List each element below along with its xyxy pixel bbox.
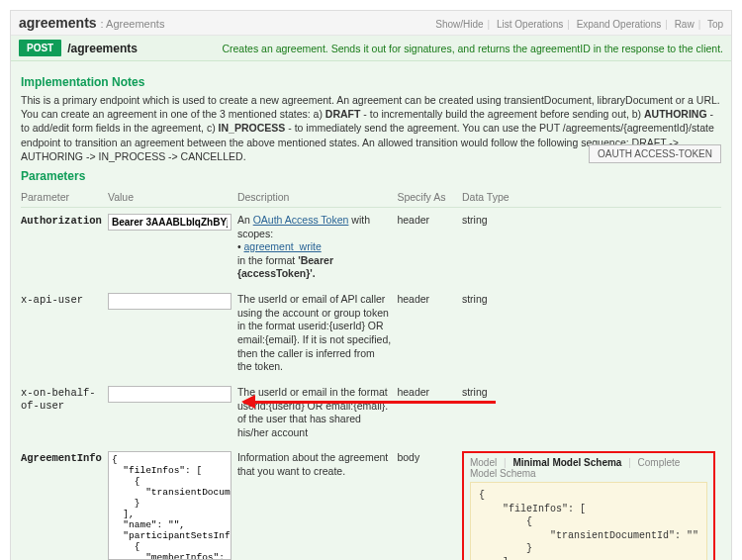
list-ops-link[interactable]: List Operations	[497, 19, 563, 30]
raw-link[interactable]: Raw	[675, 19, 695, 30]
param-name: AgreementInfo	[21, 452, 102, 464]
method-badge: POST	[19, 40, 61, 56]
notes-heading: Implementation Notes	[21, 75, 721, 89]
param-specify: body	[397, 445, 462, 560]
col-value: Value	[108, 187, 237, 208]
parameters-table: Parameter Value Description Specify As D…	[21, 187, 721, 560]
model-schema-pre[interactable]: { "fileInfos": [ { "transientDocumentId"…	[470, 482, 707, 560]
parameters-heading: Parameters	[21, 169, 721, 183]
param-name: Authorization	[21, 215, 102, 227]
resource-title[interactable]: agreements	[19, 15, 97, 31]
col-datatype: Data Type	[462, 187, 721, 208]
x-api-user-input[interactable]	[108, 293, 232, 310]
resource-header: agreements : Agreements Show/Hide| List …	[11, 11, 731, 36]
col-description: Description	[237, 187, 397, 208]
col-specify: Specify As	[397, 187, 462, 208]
operation-panel: Implementation Notes This is a primary e…	[11, 61, 731, 560]
operation-bar[interactable]: POST /agreements Creates an agreement. S…	[11, 36, 731, 61]
op-summary: Creates an agreement. Sends it out for s…	[222, 43, 723, 54]
table-row: Authorization An OAuth Access Token with…	[21, 207, 721, 287]
table-row: x-on-behalf-of-user The userId or email …	[21, 380, 721, 446]
param-type: string	[462, 207, 721, 287]
param-specify: header	[397, 287, 462, 380]
param-desc: The userId or email in the format userid…	[237, 380, 397, 446]
table-row: x-api-user The userId or email of API ca…	[21, 287, 721, 380]
tab-minimal-schema[interactable]: Minimal Model Schema	[512, 457, 621, 468]
scope-link[interactable]: agreement_write	[244, 240, 322, 252]
param-specify: header	[397, 380, 462, 446]
header-links: Show/Hide| List Operations| Expand Opera…	[435, 19, 723, 30]
top-link[interactable]: Top	[707, 19, 723, 30]
param-name: x-api-user	[21, 294, 83, 306]
expand-ops-link[interactable]: Expand Operations	[577, 19, 662, 30]
oauth-token-button[interactable]: OAUTH ACCESS-TOKEN	[589, 144, 721, 163]
model-schema-box: Model | Minimal Model Schema | Complete …	[462, 451, 715, 560]
oauth-token-link[interactable]: OAuth Access Token	[253, 214, 349, 226]
param-desc: The userId or email of API caller using …	[237, 287, 397, 380]
authorization-input[interactable]	[108, 214, 232, 231]
col-parameter: Parameter	[21, 187, 108, 208]
table-row: AgreementInfo Content-Type: application/…	[21, 445, 721, 560]
param-specify: header	[397, 207, 462, 287]
op-path[interactable]: /agreements	[67, 42, 138, 55]
param-name: x-on-behalf-of-user	[21, 387, 96, 412]
resource-subtitle: : Agreements	[101, 18, 165, 30]
param-desc: An OAuth Access Token with scopes: • agr…	[237, 207, 397, 287]
param-type: string	[462, 287, 721, 380]
tab-model[interactable]: Model	[470, 457, 497, 468]
param-desc: Information about the agreement that you…	[237, 445, 397, 560]
agreementinfo-textarea[interactable]	[108, 451, 232, 560]
showhide-link[interactable]: Show/Hide	[435, 19, 483, 30]
param-type: string	[462, 380, 721, 446]
x-on-behalf-input[interactable]	[108, 386, 232, 403]
